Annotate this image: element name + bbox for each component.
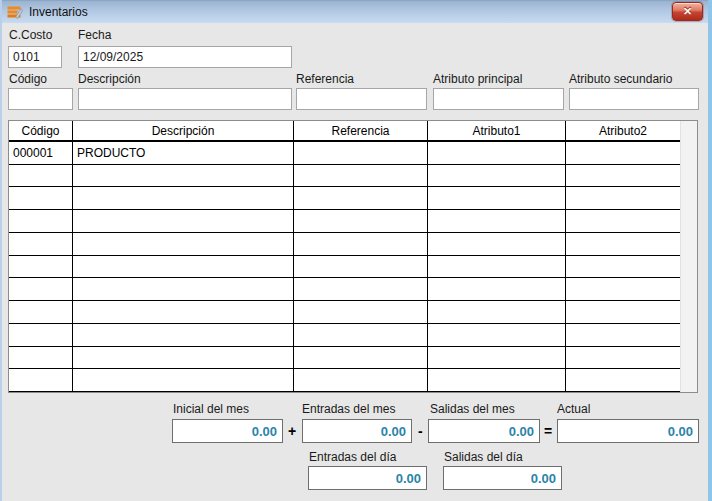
grid-vertical-scrollbar[interactable]	[680, 121, 697, 392]
table-cell[interactable]	[566, 187, 680, 209]
table-cell[interactable]	[294, 256, 428, 278]
table-cell[interactable]	[9, 278, 73, 300]
table-cell[interactable]	[294, 142, 428, 164]
atributo-principal-input[interactable]	[433, 88, 564, 110]
table-row[interactable]	[9, 233, 680, 256]
salidas-dia-label: Salidas del día	[444, 450, 523, 464]
table-cell[interactable]	[73, 187, 294, 209]
table-cell[interactable]	[566, 278, 680, 300]
salidas-mes-input[interactable]	[428, 419, 540, 443]
table-cell[interactable]	[73, 369, 294, 391]
descripcion-input[interactable]	[78, 88, 292, 110]
table-cell[interactable]	[9, 165, 73, 187]
window-border-right	[708, 0, 712, 501]
table-row[interactable]	[9, 210, 680, 233]
actual-input[interactable]	[557, 419, 699, 443]
table-cell[interactable]	[73, 210, 294, 232]
table-cell[interactable]	[9, 233, 73, 255]
table-cell[interactable]	[428, 301, 566, 323]
inicial-mes-input[interactable]	[172, 419, 283, 443]
table-row[interactable]	[9, 187, 680, 210]
table-cell[interactable]	[428, 187, 566, 209]
inicial-mes-label: Inicial del mes	[173, 402, 249, 416]
table-row[interactable]	[9, 278, 680, 301]
table-cell[interactable]	[73, 301, 294, 323]
table-row[interactable]	[9, 347, 680, 370]
table-cell[interactable]	[294, 187, 428, 209]
fecha-label: Fecha	[78, 28, 111, 42]
atributo-secundario-input[interactable]	[569, 88, 699, 110]
close-button[interactable]: ✕	[672, 2, 703, 21]
table-cell[interactable]	[73, 165, 294, 187]
table-cell[interactable]	[294, 369, 428, 391]
app-form-icon	[7, 5, 23, 20]
table-cell[interactable]	[428, 165, 566, 187]
referencia-label: Referencia	[296, 72, 354, 86]
table-cell[interactable]	[428, 324, 566, 346]
table-cell[interactable]	[566, 210, 680, 232]
table-cell[interactable]	[428, 369, 566, 391]
table-cell[interactable]	[566, 142, 680, 164]
table-cell[interactable]	[294, 210, 428, 232]
table-cell[interactable]	[73, 233, 294, 255]
table-cell[interactable]	[566, 369, 680, 391]
table-cell[interactable]	[566, 165, 680, 187]
salidas-dia-input[interactable]	[443, 466, 562, 490]
grid-header-row: CódigoDescripciónReferenciaAtributo1Atri…	[9, 121, 680, 142]
table-cell[interactable]	[566, 233, 680, 255]
column-header[interactable]: Atributo2	[566, 121, 680, 140]
table-row[interactable]	[9, 301, 680, 324]
table-cell[interactable]	[428, 347, 566, 369]
table-cell[interactable]	[566, 256, 680, 278]
title-bar[interactable]: Inventarios	[0, 0, 712, 23]
table-cell[interactable]	[9, 324, 73, 346]
table-cell[interactable]	[566, 301, 680, 323]
table-cell[interactable]: 000001	[9, 142, 73, 164]
table-cell[interactable]	[73, 278, 294, 300]
table-cell[interactable]	[566, 324, 680, 346]
entradas-dia-input[interactable]	[308, 466, 427, 490]
table-cell[interactable]	[9, 210, 73, 232]
column-header[interactable]: Descripción	[73, 121, 294, 140]
table-cell[interactable]	[294, 233, 428, 255]
ccosto-input[interactable]	[8, 46, 62, 68]
entradas-dia-label: Entradas del día	[309, 450, 396, 464]
referencia-input[interactable]	[296, 88, 427, 110]
table-cell[interactable]	[428, 278, 566, 300]
grid-columns: CódigoDescripciónReferenciaAtributo1Atri…	[9, 121, 680, 392]
table-cell[interactable]	[294, 278, 428, 300]
table-row[interactable]	[9, 324, 680, 347]
table-row[interactable]	[9, 256, 680, 279]
column-header[interactable]: Referencia	[294, 121, 428, 140]
window-border-left	[0, 0, 2, 501]
fecha-input[interactable]	[78, 46, 292, 68]
table-cell[interactable]	[566, 347, 680, 369]
table-cell[interactable]	[9, 301, 73, 323]
table-cell[interactable]	[294, 347, 428, 369]
codigo-input[interactable]	[8, 88, 73, 110]
table-row[interactable]: 000001PRODUCTO	[9, 142, 680, 165]
table-cell[interactable]	[73, 256, 294, 278]
table-cell[interactable]	[9, 369, 73, 391]
table-cell[interactable]	[294, 324, 428, 346]
table-cell[interactable]	[9, 187, 73, 209]
column-header[interactable]: Código	[9, 121, 73, 140]
table-cell[interactable]	[73, 347, 294, 369]
actual-label: Actual	[557, 402, 590, 416]
plus-operator: +	[288, 423, 296, 439]
table-row[interactable]	[9, 165, 680, 188]
table-cell[interactable]	[73, 324, 294, 346]
table-cell[interactable]	[428, 210, 566, 232]
table-cell[interactable]	[294, 165, 428, 187]
table-cell[interactable]	[9, 347, 73, 369]
table-cell[interactable]	[294, 301, 428, 323]
table-cell[interactable]	[428, 142, 566, 164]
table-cell[interactable]: PRODUCTO	[73, 142, 294, 164]
table-cell[interactable]	[9, 256, 73, 278]
column-header[interactable]: Atributo1	[428, 121, 566, 140]
table-cell[interactable]	[428, 233, 566, 255]
table-row[interactable]	[9, 369, 680, 392]
inventory-grid: CódigoDescripciónReferenciaAtributo1Atri…	[8, 120, 698, 393]
entradas-mes-input[interactable]	[302, 419, 412, 443]
table-cell[interactable]	[428, 256, 566, 278]
